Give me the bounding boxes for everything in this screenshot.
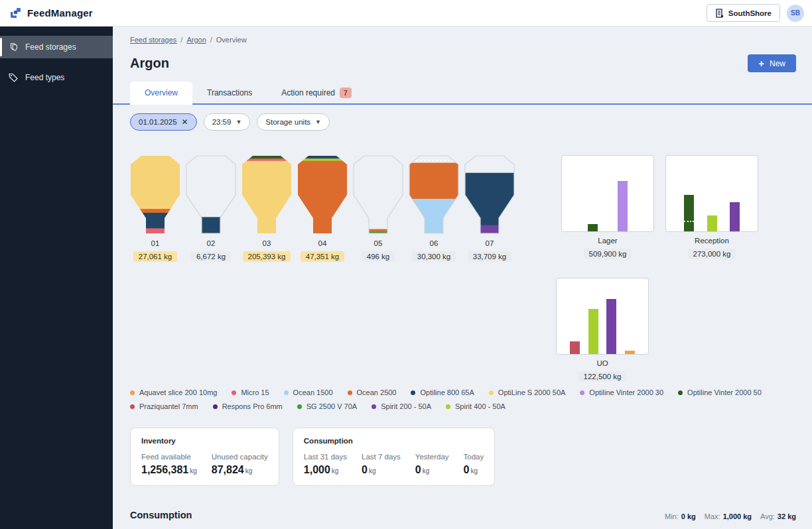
page-title: Argon xyxy=(130,56,169,71)
silo-unit-01[interactable]: 01 27,061 kg xyxy=(130,155,180,262)
chevron-down-icon: ▼ xyxy=(236,119,241,125)
breadcrumb-overview: Overview xyxy=(216,36,247,44)
breadcrumb-feed-storages[interactable]: Feed storages xyxy=(130,36,176,44)
consumption-section-title: Consumption xyxy=(130,510,192,520)
silo-unit-03[interactable]: 03 205,393 kg xyxy=(241,155,292,262)
storage-value-badge: 122,500 kg xyxy=(578,371,627,382)
legend-item[interactable]: OptiLine S 2000 50A xyxy=(489,388,566,396)
storage-label: Reception xyxy=(695,237,729,245)
silo-unit-02[interactable]: 02 6,672 kg xyxy=(186,155,236,262)
legend-label: Aquavet slice 200 10mg xyxy=(139,388,217,396)
sidebar-item-feed-storages[interactable]: Feed storages xyxy=(0,36,113,58)
legend-label: Spirit 400 - 50A xyxy=(455,402,506,410)
metric-label: Feed available xyxy=(141,453,197,461)
legend-item[interactable]: Praziquantel 7mm xyxy=(130,402,198,410)
legend-label: Spirit 200 - 50A xyxy=(381,402,431,410)
user-avatar[interactable]: SB xyxy=(787,5,804,22)
metric-label: Today xyxy=(464,453,484,461)
legend-item[interactable]: Optiline Vinter 2000 50 xyxy=(678,388,762,396)
legend-label: Optiline 800 65A xyxy=(420,388,474,396)
sidebar-item-feed-types[interactable]: Feed types xyxy=(0,66,113,89)
silo-value-badge: 47,351 kg xyxy=(301,251,345,262)
silo-label: 06 xyxy=(430,239,439,247)
silo-unit-05[interactable]: 05 496 kg xyxy=(353,155,403,262)
silo-value-badge: 33,709 kg xyxy=(468,251,512,262)
metric: Last 7 days 0 kg xyxy=(362,453,401,476)
stat-label: Min: xyxy=(665,512,679,520)
inventory-card: Inventory Feed available 1,256,381 kg Un… xyxy=(130,428,279,486)
feed-type-legend: Aquavet slice 200 10mg Micro 15 Ocean 15… xyxy=(130,388,796,410)
storage-chart[interactable] xyxy=(665,155,758,232)
summary-cards: Inventory Feed available 1,256,381 kg Un… xyxy=(130,428,796,486)
storage-units-row-2: UO 122,500 kg xyxy=(556,278,796,382)
silo-graphic xyxy=(353,155,403,235)
legend-item[interactable]: SG 2500 V 70A xyxy=(297,402,357,410)
silo-label: 02 xyxy=(207,239,216,247)
metric-value: 1,256,381 kg xyxy=(141,464,197,476)
silo-unit-06[interactable]: 06 30,300 kg xyxy=(409,155,459,262)
legend-item[interactable]: Spirit 400 - 50A xyxy=(446,402,506,410)
legend-item[interactable]: Spirit 200 - 50A xyxy=(372,402,431,410)
storage-chart[interactable] xyxy=(561,155,654,232)
silo-graphic xyxy=(130,155,180,235)
silo-label: 07 xyxy=(486,239,494,247)
legend-item[interactable]: Micro 15 xyxy=(232,388,269,396)
metric: Yesterday 0 kg xyxy=(415,453,449,476)
legend-item[interactable]: Ocean 2500 xyxy=(348,388,397,396)
tab-transactions[interactable]: Transactions xyxy=(192,82,267,105)
silo-label: 03 xyxy=(263,239,271,247)
metric-label: Unused capacity xyxy=(212,453,268,461)
metric: Unused capacity 87,824 kg xyxy=(212,453,268,476)
tag-icon xyxy=(8,72,19,83)
time-filter-chip[interactable]: 23:59 ▼ xyxy=(204,113,251,131)
storage-chart[interactable] xyxy=(556,278,649,355)
tab-action-required[interactable]: Action required 7 xyxy=(267,82,366,105)
tab-overview[interactable]: Overview xyxy=(130,82,192,105)
breadcrumb-argon[interactable]: Argon xyxy=(186,36,206,44)
clear-date-icon[interactable]: ✕ xyxy=(182,117,188,127)
metric-value: 0 kg xyxy=(415,464,449,476)
tab-label: Action required xyxy=(281,88,335,97)
chevron-down-icon: ▼ xyxy=(315,119,321,125)
storage-units-filter-chip[interactable]: Storage units ▼ xyxy=(257,113,330,131)
silo-value-badge: 27,061 kg xyxy=(133,251,178,262)
feed-bar xyxy=(730,202,740,231)
legend-label: Micro 15 xyxy=(241,388,269,396)
legend-item[interactable]: Ocean 1500 xyxy=(284,388,333,396)
legend-item[interactable]: Respons Pro 6mm xyxy=(213,402,283,410)
feed-bar xyxy=(606,299,616,354)
consumption-stats: Min: 0 kg Max: 1,000 kg Avg: 32 kg xyxy=(665,512,796,520)
legend-color-dot xyxy=(348,390,352,395)
consumption-card: Consumption Last 31 days 1,000 kg Last 7… xyxy=(293,428,495,486)
metric-value: 87,824 kg xyxy=(212,464,268,476)
action-required-badge: 7 xyxy=(340,88,352,98)
date-filter-chip[interactable]: 01.01.2025 ✕ xyxy=(130,113,197,131)
silo-group: 01 27,061 kg 02 6,672 kg 03 205,393 kg 0… xyxy=(130,155,520,262)
new-button-label: New xyxy=(770,59,785,68)
silo-unit-07[interactable]: 07 33,709 kg xyxy=(464,155,515,262)
legend-item[interactable]: Optiline 800 65A xyxy=(411,388,474,396)
metric-label: Last 31 days xyxy=(304,453,347,461)
storage-chart-col-lager: Lager 509,900 kg xyxy=(561,155,654,259)
legend-item[interactable]: Optiline Vinter 2000 30 xyxy=(580,388,663,396)
storage-chart-col-reception: Reception 273,000 kg xyxy=(665,155,758,259)
main-content: Feed storages / Argon / Overview Argon +… xyxy=(113,27,812,529)
organization-button[interactable]: SouthShore xyxy=(707,4,780,22)
feed-bar xyxy=(618,181,628,231)
stat-value: 0 kg xyxy=(681,512,696,520)
legend-color-dot xyxy=(372,404,376,409)
legend-label: Ocean 2500 xyxy=(357,388,397,396)
silo-unit-04[interactable]: 04 47,351 kg xyxy=(297,155,348,262)
metric-label: Yesterday xyxy=(415,453,449,461)
metric-label: Last 7 days xyxy=(362,453,401,461)
new-button[interactable]: + New xyxy=(748,54,796,72)
legend-item[interactable]: Aquavet slice 200 10mg xyxy=(130,388,217,396)
sidebar-item-label: Feed storages xyxy=(25,42,76,52)
legend-label: Respons Pro 6mm xyxy=(222,402,283,410)
building-icon xyxy=(715,9,724,18)
legend-color-dot xyxy=(130,390,135,395)
stat-label: Max: xyxy=(705,512,720,520)
organization-label: SouthShore xyxy=(728,9,772,17)
silo-value-badge: 6,672 kg xyxy=(191,251,231,262)
tab-label: Overview xyxy=(145,88,178,97)
